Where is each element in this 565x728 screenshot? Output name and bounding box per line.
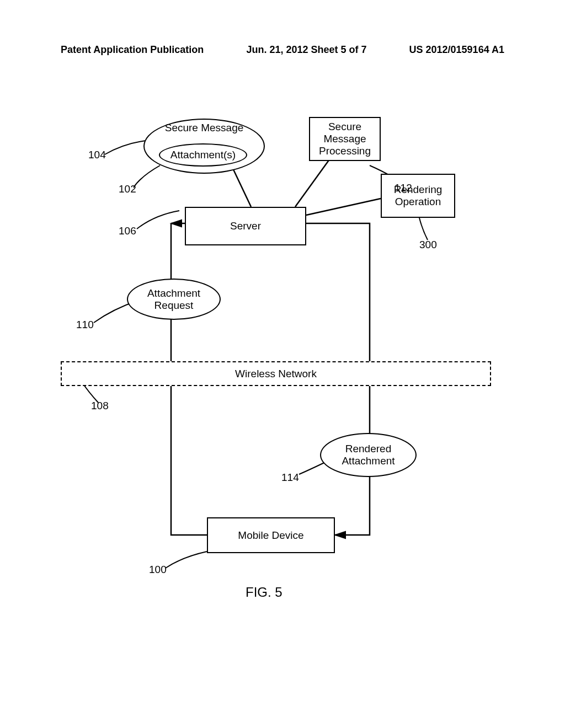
attach-req-label: Attachment Request <box>147 287 200 312</box>
ref-110: 110 <box>76 319 94 331</box>
ref-106: 106 <box>119 225 136 237</box>
rendered-att-ellipse: Rendered Attachment <box>320 433 417 477</box>
mobile-device-label: Mobile Device <box>238 529 303 542</box>
header-right: US 2012/0159164 A1 <box>409 44 504 56</box>
secure-message-label: Secure Message <box>165 122 244 134</box>
page-header: Patent Application Publication Jun. 21, … <box>0 44 565 56</box>
mobile-device-box: Mobile Device <box>207 517 335 553</box>
secure-msg-processing-box: Secure Message Processing <box>309 117 381 161</box>
ref-104: 104 <box>88 149 106 161</box>
ref-114: 114 <box>281 472 299 484</box>
attach-req-ellipse: Attachment Request <box>127 279 221 320</box>
ref-108: 108 <box>91 400 109 412</box>
ref-102: 102 <box>119 183 136 195</box>
header-left: Patent Application Publication <box>61 44 204 56</box>
wireless-label: Wireless Network <box>235 368 317 380</box>
ref-112: 112 <box>395 182 412 194</box>
server-box: Server <box>185 207 306 245</box>
header-mid: Jun. 21, 2012 Sheet 5 of 7 <box>246 44 366 56</box>
figure-caption: FIG. 5 <box>246 585 282 600</box>
rendering-op-box: Rendering Operation <box>381 174 455 218</box>
figure-diagram: Secure Message Attachment(s) Secure Mess… <box>61 88 502 612</box>
secure-msg-processing-label: Secure Message Processing <box>319 121 371 157</box>
ref-300: 300 <box>419 239 437 251</box>
server-label: Server <box>230 220 261 232</box>
ref-100: 100 <box>149 564 167 576</box>
rendered-att-label: Rendered Attachment <box>342 443 395 467</box>
attachments-label: Attachment(s) <box>170 149 236 161</box>
wireless-box: Wireless Network <box>61 361 491 386</box>
attachments-ellipse: Attachment(s) <box>159 143 247 167</box>
